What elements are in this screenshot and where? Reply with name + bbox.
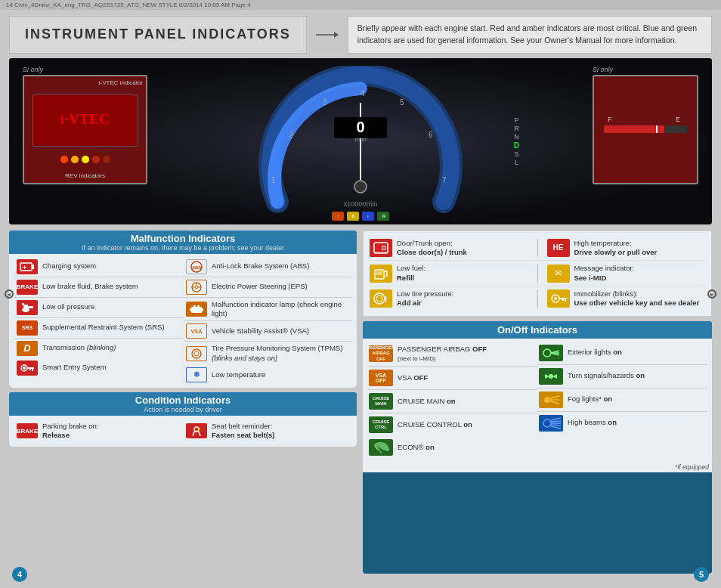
svg-point-28 xyxy=(23,367,26,370)
low-temp-icon: ❄ xyxy=(186,367,207,382)
malfunction-header: Malfunction Indicators If an indicator r… xyxy=(9,231,357,254)
file-header: 14 Civic_4Dnavi_KA_eng_TRG_AQS51725_ATG_… xyxy=(0,0,721,10)
turn-signals-label: Turn signals/hazards on xyxy=(568,371,645,380)
svg-rect-55 xyxy=(382,246,385,249)
malfunction-item-abs: ABS Anti-Lock Brake System (ABS) xyxy=(183,257,352,277)
seatbelt-icon xyxy=(186,423,207,438)
ivtec-text: i·VTEC xyxy=(60,112,110,128)
malfunction-subtitle: If an indicator remains on, there may be… xyxy=(14,244,352,252)
engine-icon xyxy=(188,303,205,315)
warning-divider-2 xyxy=(537,264,538,283)
indicator-dots xyxy=(60,156,110,163)
svg-rect-64 xyxy=(565,299,566,302)
bottom-ind-2: ⚙ xyxy=(347,212,359,221)
warning-divider-3 xyxy=(537,289,538,308)
onoff-turn-signals: Turn signals/hazards on xyxy=(537,365,707,388)
svg-text:2: 2 xyxy=(289,131,293,139)
abs-label: Anti-Lock Brake System (ABS) xyxy=(212,262,309,271)
trans-label: Transmission (blinking) xyxy=(42,343,116,352)
malfunction-item-charging: + Charging system xyxy=(14,257,183,277)
svg-text:❄: ❄ xyxy=(193,370,200,379)
car-skid-icon: VSA xyxy=(188,325,205,337)
svg-point-59 xyxy=(376,296,382,302)
seatbelt-label: Seat belt reminder:Fasten seat belt(s) xyxy=(212,422,274,441)
svg-text:!: ! xyxy=(385,296,387,304)
bottom-ind-3: i xyxy=(362,212,374,221)
svg-line-79 xyxy=(551,418,561,420)
tire-text: Low tire pressure:Add air xyxy=(397,289,528,308)
file-info: 14 Civic_4Dnavi_KA_eng_TRG_AQS51725_ATG_… xyxy=(6,2,251,8)
charging-label: Charging system xyxy=(42,262,96,271)
svg-text:x1000r/min: x1000r/min xyxy=(344,200,378,208)
page-number-right: 5 xyxy=(694,567,709,582)
srs-label: Supplemental Restraint System (SRS) xyxy=(42,323,165,332)
svg-rect-63 xyxy=(559,298,567,299)
abs-circle-icon: ABS xyxy=(188,261,205,273)
svg-line-75 xyxy=(550,396,559,398)
door-icon xyxy=(370,239,392,257)
high-beam-icon xyxy=(541,416,561,430)
instrument-bg: Si only i-VTEC indicator i·VTEC xyxy=(9,58,712,224)
inset-left-box: i-VTEC indicator i·VTEC REV indicators xyxy=(23,75,147,184)
condition-grid: BRAKE Parking brake on:Release xyxy=(9,416,357,447)
svg-text:3: 3 xyxy=(323,98,327,107)
instrument-panel: Si only i-VTEC indicator i·VTEC xyxy=(9,58,712,224)
svg-text:!: ! xyxy=(196,357,197,360)
message-text: Message indicator:See i-MID xyxy=(574,264,706,283)
page-number-left: 4 xyxy=(12,567,27,582)
gear-s: S xyxy=(514,150,518,158)
onoff-box: On/Off Indicators PASSENGERAIRBAGOFF PAS… xyxy=(363,321,712,574)
svg-text:6: 6 xyxy=(429,131,433,139)
low-temp-label: Low temperature xyxy=(212,370,265,379)
malfunction-item-check: Malfunction indicator lamp (check engine… xyxy=(183,298,352,322)
arrow-connector xyxy=(316,16,339,54)
malfunction-item-low-temp: ❄ Low temperature xyxy=(183,365,352,385)
onoff-header: On/Off Indicators xyxy=(363,321,712,339)
bottom-indicators: ! ⚙ i ♻ xyxy=(332,212,389,221)
svg-text:1: 1 xyxy=(271,176,276,184)
tpms-label: Tire Pressure Monitoring System (TPMS) (… xyxy=(212,344,349,363)
condition-subtitle: Action is needed by driver xyxy=(14,406,352,413)
srs-icon: SRS xyxy=(17,320,38,336)
check-engine-icon xyxy=(186,302,207,317)
dot-3 xyxy=(82,156,89,163)
steering-icon xyxy=(188,281,205,293)
seatbelt-reminder-icon xyxy=(189,426,204,436)
gear-d-active: D xyxy=(514,141,519,150)
svg-text:5: 5 xyxy=(400,98,404,107)
battery-icon: + xyxy=(20,262,35,272)
car-door-icon xyxy=(372,241,390,255)
svg-line-77 xyxy=(550,401,559,404)
fog-lights-icon xyxy=(539,391,563,408)
malfunction-item-srs: SRS Supplemental Restraint System (SRS) xyxy=(14,318,183,339)
gear-p: P xyxy=(514,116,518,124)
fuel-gauge-svg: F E xyxy=(600,107,691,152)
svg-point-62 xyxy=(554,297,557,300)
svg-text:F: F xyxy=(608,116,612,123)
svg-point-35 xyxy=(195,286,198,289)
warning-message: ✉ Message indicator:See i-MID xyxy=(547,264,706,283)
malfunction-item-smart: Smart Entry System xyxy=(14,358,183,378)
svg-rect-21 xyxy=(32,265,34,269)
nav-arrow-left[interactable]: ◄ xyxy=(5,289,14,299)
si-only-left-label: Si only xyxy=(23,66,147,73)
svg-line-82 xyxy=(551,425,561,426)
svg-text:E: E xyxy=(676,116,680,123)
warning-divider-1 xyxy=(537,239,538,258)
high-temp-icon: HE xyxy=(547,239,570,257)
svg-rect-65 xyxy=(562,299,564,301)
tire-pressure-icon: ! xyxy=(370,289,392,308)
si-only-right-container: Si only F E xyxy=(593,66,698,184)
dot-4 xyxy=(92,156,100,163)
warning-indicators: Door/Trunk open:Close door(s) / trunk HE… xyxy=(363,231,712,317)
passenger-airbag-label: PASSENGER AIRBAG OFF(next to i-MID) xyxy=(398,345,487,364)
description-text: Briefly appear with each engine start. R… xyxy=(357,23,697,45)
high-beams-icon xyxy=(539,415,563,432)
svg-text:7: 7 xyxy=(442,176,447,184)
svg-rect-24 xyxy=(23,305,28,310)
brake-icon: BRAKE xyxy=(17,280,38,295)
onoff-col-right: Exterior lights on Turn si xyxy=(537,342,707,460)
vsa-off-label: VSA OFF xyxy=(398,373,428,382)
nav-arrow-right[interactable]: ► xyxy=(707,289,716,299)
svg-point-46 xyxy=(194,351,199,356)
